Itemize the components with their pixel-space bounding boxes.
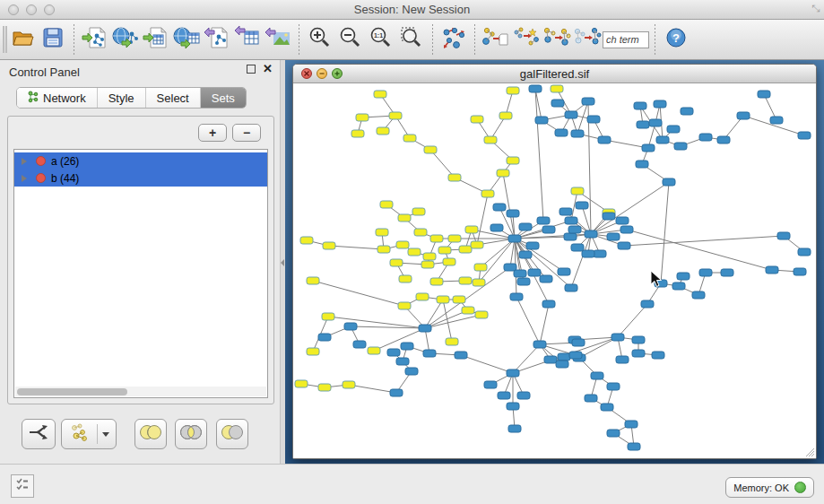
graph-node[interactable] <box>576 202 588 209</box>
set-intersection-button[interactable] <box>175 419 207 449</box>
graph-node[interactable] <box>542 226 555 233</box>
graph-node[interactable] <box>607 383 620 390</box>
graph-node[interactable] <box>323 242 335 249</box>
graph-node[interactable] <box>603 213 615 220</box>
network-window-titlebar[interactable]: galFiltered.sif <box>293 65 816 83</box>
graph-node[interactable] <box>721 269 733 276</box>
graph-node[interactable] <box>387 349 400 356</box>
graph-node[interactable] <box>526 242 539 249</box>
graph-node[interactable] <box>559 208 572 215</box>
tab-sets[interactable]: Sets <box>201 88 246 108</box>
graph-node[interactable] <box>510 293 523 300</box>
import-network-from-web-button[interactable] <box>110 24 141 55</box>
horizontal-scrollbar[interactable] <box>15 387 266 396</box>
zoom-selected-region-button[interactable] <box>396 24 427 55</box>
graph-node[interactable] <box>353 341 366 348</box>
graph-node[interactable] <box>677 273 690 280</box>
graph-node[interactable] <box>380 201 393 208</box>
graph-node[interactable] <box>537 217 550 224</box>
zoom-out-button[interactable] <box>335 24 366 55</box>
graph-node[interactable] <box>414 229 427 236</box>
graph-node[interactable] <box>564 233 577 240</box>
graph-node[interactable] <box>551 100 564 107</box>
import-table-file-button[interactable] <box>141 24 171 55</box>
new-network-from-selection-button[interactable] <box>481 24 511 55</box>
zoom-actual-size-button[interactable]: 1:1 <box>366 24 396 55</box>
graph-node[interactable] <box>656 136 669 143</box>
select-first-neighbors-button[interactable] <box>511 24 542 55</box>
graph-node[interactable] <box>555 129 568 136</box>
graph-node[interactable] <box>507 210 519 217</box>
graph-node[interactable] <box>448 174 461 181</box>
graph-node[interactable] <box>504 264 516 271</box>
graph-node[interactable] <box>471 116 483 123</box>
graph-node[interactable] <box>636 161 648 168</box>
graph-node[interactable] <box>628 443 640 450</box>
graph-node[interactable] <box>514 270 526 277</box>
graph-node[interactable] <box>607 430 620 437</box>
graph-node[interactable] <box>498 392 510 399</box>
graph-node[interactable] <box>611 334 624 341</box>
scrollbar-thumb[interactable] <box>17 388 127 395</box>
graph-node[interactable] <box>565 111 577 118</box>
graph-node[interactable] <box>318 384 331 391</box>
graph-node[interactable] <box>607 233 620 240</box>
tab-select[interactable]: Select <box>146 88 201 108</box>
graph-node[interactable] <box>481 190 494 197</box>
graph-node[interactable] <box>620 226 633 233</box>
set-difference-button[interactable] <box>216 419 248 449</box>
memory-status-button[interactable]: Memory: OK <box>725 477 814 498</box>
graph-node[interactable] <box>499 112 512 119</box>
graph-node[interactable] <box>556 361 568 368</box>
graph-node[interactable] <box>585 395 597 402</box>
graph-node[interactable] <box>396 358 409 365</box>
graph-node[interactable] <box>571 244 584 251</box>
maximize-network-icon[interactable] <box>332 68 343 79</box>
graph-node[interactable] <box>569 352 582 359</box>
help-button[interactable]: ? <box>661 24 691 55</box>
graph-node[interactable] <box>423 350 436 357</box>
graph-node[interactable] <box>654 100 666 108</box>
apply-layout-button[interactable] <box>438 24 469 55</box>
network-graph[interactable] <box>293 83 816 458</box>
zoom-in-button[interactable] <box>305 24 335 55</box>
graph-node[interactable] <box>544 356 557 363</box>
graph-node[interactable] <box>374 91 386 98</box>
graph-node[interactable] <box>507 157 519 164</box>
graph-node[interactable] <box>798 132 811 139</box>
graph-node[interactable] <box>430 278 443 285</box>
graph-node[interactable] <box>405 368 418 375</box>
graph-node[interactable] <box>591 372 603 379</box>
graph-node[interactable] <box>558 353 570 361</box>
graph-node[interactable] <box>421 261 434 268</box>
graph-node[interactable] <box>737 112 750 119</box>
graph-node[interactable] <box>419 325 431 332</box>
graph-node[interactable] <box>766 266 778 274</box>
graph-node[interactable] <box>663 178 675 186</box>
graph-node[interactable] <box>528 269 541 276</box>
graph-node[interactable] <box>587 116 600 123</box>
graph-node[interactable] <box>681 108 693 115</box>
graph-node[interactable] <box>758 91 770 98</box>
graph-node[interactable] <box>389 112 402 119</box>
graph-node[interactable] <box>497 169 509 177</box>
graph-node[interactable] <box>453 296 465 303</box>
graph-node[interactable] <box>507 403 519 410</box>
close-panel-icon[interactable]: ✕ <box>263 65 273 74</box>
export-network-button[interactable] <box>202 24 232 55</box>
graph-node[interactable] <box>625 421 638 428</box>
graph-node[interactable] <box>390 389 403 396</box>
graph-node[interactable] <box>540 275 552 282</box>
import-network-file-button[interactable] <box>80 24 110 55</box>
graph-node[interactable] <box>377 246 390 253</box>
graph-node[interactable] <box>632 336 645 343</box>
graph-node[interactable] <box>571 187 584 195</box>
graph-node[interactable] <box>475 311 488 318</box>
graph-node[interactable] <box>416 293 429 300</box>
close-network-icon[interactable] <box>301 68 312 79</box>
graph-node[interactable] <box>798 248 811 256</box>
graph-node[interactable] <box>448 235 461 242</box>
graph-node[interactable] <box>412 208 425 215</box>
graph-node[interactable] <box>542 300 555 308</box>
remove-set-button[interactable]: − <box>232 124 261 142</box>
